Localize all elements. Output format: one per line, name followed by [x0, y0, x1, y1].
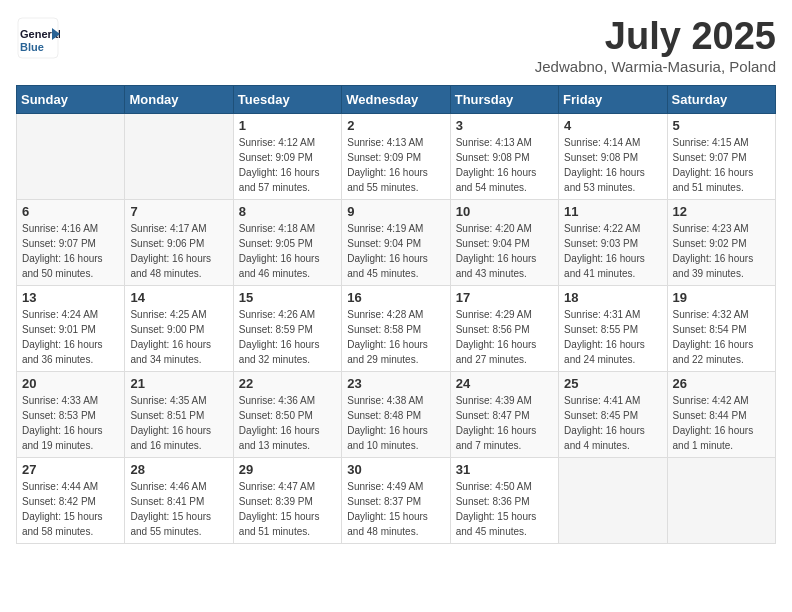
day-cell: 24Sunrise: 4:39 AM Sunset: 8:47 PM Dayli… [450, 371, 558, 457]
day-cell: 18Sunrise: 4:31 AM Sunset: 8:55 PM Dayli… [559, 285, 667, 371]
day-cell: 5Sunrise: 4:15 AM Sunset: 9:07 PM Daylig… [667, 113, 775, 199]
day-cell: 29Sunrise: 4:47 AM Sunset: 8:39 PM Dayli… [233, 457, 341, 543]
day-number: 8 [239, 204, 336, 219]
day-info: Sunrise: 4:16 AM Sunset: 9:07 PM Dayligh… [22, 221, 119, 281]
day-number: 26 [673, 376, 770, 391]
day-info: Sunrise: 4:41 AM Sunset: 8:45 PM Dayligh… [564, 393, 661, 453]
day-number: 16 [347, 290, 444, 305]
day-number: 27 [22, 462, 119, 477]
day-number: 9 [347, 204, 444, 219]
day-number: 30 [347, 462, 444, 477]
day-info: Sunrise: 4:44 AM Sunset: 8:42 PM Dayligh… [22, 479, 119, 539]
day-cell [559, 457, 667, 543]
day-number: 5 [673, 118, 770, 133]
week-row-3: 13Sunrise: 4:24 AM Sunset: 9:01 PM Dayli… [17, 285, 776, 371]
day-info: Sunrise: 4:35 AM Sunset: 8:51 PM Dayligh… [130, 393, 227, 453]
day-cell: 7Sunrise: 4:17 AM Sunset: 9:06 PM Daylig… [125, 199, 233, 285]
weekday-header-saturday: Saturday [667, 85, 775, 113]
day-cell: 19Sunrise: 4:32 AM Sunset: 8:54 PM Dayli… [667, 285, 775, 371]
day-info: Sunrise: 4:19 AM Sunset: 9:04 PM Dayligh… [347, 221, 444, 281]
day-number: 29 [239, 462, 336, 477]
day-cell: 4Sunrise: 4:14 AM Sunset: 9:08 PM Daylig… [559, 113, 667, 199]
calendar-table: SundayMondayTuesdayWednesdayThursdayFrid… [16, 85, 776, 544]
day-number: 15 [239, 290, 336, 305]
day-number: 17 [456, 290, 553, 305]
day-cell: 30Sunrise: 4:49 AM Sunset: 8:37 PM Dayli… [342, 457, 450, 543]
day-number: 20 [22, 376, 119, 391]
day-cell: 15Sunrise: 4:26 AM Sunset: 8:59 PM Dayli… [233, 285, 341, 371]
weekday-header-monday: Monday [125, 85, 233, 113]
day-info: Sunrise: 4:13 AM Sunset: 9:09 PM Dayligh… [347, 135, 444, 195]
day-number: 7 [130, 204, 227, 219]
day-info: Sunrise: 4:22 AM Sunset: 9:03 PM Dayligh… [564, 221, 661, 281]
week-row-4: 20Sunrise: 4:33 AM Sunset: 8:53 PM Dayli… [17, 371, 776, 457]
day-info: Sunrise: 4:38 AM Sunset: 8:48 PM Dayligh… [347, 393, 444, 453]
day-number: 24 [456, 376, 553, 391]
day-number: 11 [564, 204, 661, 219]
week-row-2: 6Sunrise: 4:16 AM Sunset: 9:07 PM Daylig… [17, 199, 776, 285]
day-number: 21 [130, 376, 227, 391]
day-number: 25 [564, 376, 661, 391]
month-title: July 2025 [535, 16, 776, 58]
day-info: Sunrise: 4:17 AM Sunset: 9:06 PM Dayligh… [130, 221, 227, 281]
day-info: Sunrise: 4:31 AM Sunset: 8:55 PM Dayligh… [564, 307, 661, 367]
week-row-1: 1Sunrise: 4:12 AM Sunset: 9:09 PM Daylig… [17, 113, 776, 199]
day-info: Sunrise: 4:20 AM Sunset: 9:04 PM Dayligh… [456, 221, 553, 281]
day-cell: 23Sunrise: 4:38 AM Sunset: 8:48 PM Dayli… [342, 371, 450, 457]
day-cell: 3Sunrise: 4:13 AM Sunset: 9:08 PM Daylig… [450, 113, 558, 199]
weekday-header-thursday: Thursday [450, 85, 558, 113]
day-info: Sunrise: 4:29 AM Sunset: 8:56 PM Dayligh… [456, 307, 553, 367]
day-cell: 21Sunrise: 4:35 AM Sunset: 8:51 PM Dayli… [125, 371, 233, 457]
day-info: Sunrise: 4:12 AM Sunset: 9:09 PM Dayligh… [239, 135, 336, 195]
day-cell: 26Sunrise: 4:42 AM Sunset: 8:44 PM Dayli… [667, 371, 775, 457]
week-row-5: 27Sunrise: 4:44 AM Sunset: 8:42 PM Dayli… [17, 457, 776, 543]
page-header: General Blue July 2025 Jedwabno, Warmia-… [16, 16, 776, 75]
day-number: 12 [673, 204, 770, 219]
day-cell: 28Sunrise: 4:46 AM Sunset: 8:41 PM Dayli… [125, 457, 233, 543]
day-info: Sunrise: 4:25 AM Sunset: 9:00 PM Dayligh… [130, 307, 227, 367]
day-cell: 14Sunrise: 4:25 AM Sunset: 9:00 PM Dayli… [125, 285, 233, 371]
day-info: Sunrise: 4:33 AM Sunset: 8:53 PM Dayligh… [22, 393, 119, 453]
day-cell: 12Sunrise: 4:23 AM Sunset: 9:02 PM Dayli… [667, 199, 775, 285]
day-cell: 13Sunrise: 4:24 AM Sunset: 9:01 PM Dayli… [17, 285, 125, 371]
day-info: Sunrise: 4:18 AM Sunset: 9:05 PM Dayligh… [239, 221, 336, 281]
day-info: Sunrise: 4:36 AM Sunset: 8:50 PM Dayligh… [239, 393, 336, 453]
day-cell: 6Sunrise: 4:16 AM Sunset: 9:07 PM Daylig… [17, 199, 125, 285]
day-cell: 10Sunrise: 4:20 AM Sunset: 9:04 PM Dayli… [450, 199, 558, 285]
day-info: Sunrise: 4:49 AM Sunset: 8:37 PM Dayligh… [347, 479, 444, 539]
logo-icon: General Blue [16, 16, 60, 60]
day-cell: 25Sunrise: 4:41 AM Sunset: 8:45 PM Dayli… [559, 371, 667, 457]
day-cell: 17Sunrise: 4:29 AM Sunset: 8:56 PM Dayli… [450, 285, 558, 371]
day-cell: 1Sunrise: 4:12 AM Sunset: 9:09 PM Daylig… [233, 113, 341, 199]
day-info: Sunrise: 4:15 AM Sunset: 9:07 PM Dayligh… [673, 135, 770, 195]
day-number: 14 [130, 290, 227, 305]
weekday-header-row: SundayMondayTuesdayWednesdayThursdayFrid… [17, 85, 776, 113]
day-cell: 8Sunrise: 4:18 AM Sunset: 9:05 PM Daylig… [233, 199, 341, 285]
day-info: Sunrise: 4:26 AM Sunset: 8:59 PM Dayligh… [239, 307, 336, 367]
day-info: Sunrise: 4:14 AM Sunset: 9:08 PM Dayligh… [564, 135, 661, 195]
day-info: Sunrise: 4:13 AM Sunset: 9:08 PM Dayligh… [456, 135, 553, 195]
day-cell: 22Sunrise: 4:36 AM Sunset: 8:50 PM Dayli… [233, 371, 341, 457]
day-cell: 20Sunrise: 4:33 AM Sunset: 8:53 PM Dayli… [17, 371, 125, 457]
day-cell: 16Sunrise: 4:28 AM Sunset: 8:58 PM Dayli… [342, 285, 450, 371]
day-info: Sunrise: 4:28 AM Sunset: 8:58 PM Dayligh… [347, 307, 444, 367]
day-number: 1 [239, 118, 336, 133]
svg-text:Blue: Blue [20, 41, 44, 53]
weekday-header-sunday: Sunday [17, 85, 125, 113]
title-section: July 2025 Jedwabno, Warmia-Masuria, Pola… [535, 16, 776, 75]
day-info: Sunrise: 4:39 AM Sunset: 8:47 PM Dayligh… [456, 393, 553, 453]
day-info: Sunrise: 4:32 AM Sunset: 8:54 PM Dayligh… [673, 307, 770, 367]
weekday-header-tuesday: Tuesday [233, 85, 341, 113]
day-cell: 27Sunrise: 4:44 AM Sunset: 8:42 PM Dayli… [17, 457, 125, 543]
day-cell: 11Sunrise: 4:22 AM Sunset: 9:03 PM Dayli… [559, 199, 667, 285]
day-number: 19 [673, 290, 770, 305]
weekday-header-friday: Friday [559, 85, 667, 113]
day-cell: 9Sunrise: 4:19 AM Sunset: 9:04 PM Daylig… [342, 199, 450, 285]
day-number: 10 [456, 204, 553, 219]
day-number: 18 [564, 290, 661, 305]
day-number: 31 [456, 462, 553, 477]
day-number: 2 [347, 118, 444, 133]
day-number: 28 [130, 462, 227, 477]
day-cell: 2Sunrise: 4:13 AM Sunset: 9:09 PM Daylig… [342, 113, 450, 199]
day-info: Sunrise: 4:42 AM Sunset: 8:44 PM Dayligh… [673, 393, 770, 453]
